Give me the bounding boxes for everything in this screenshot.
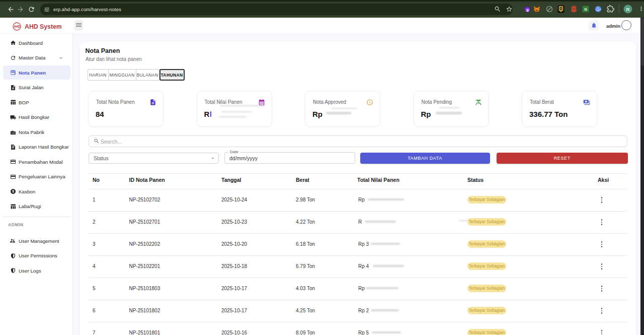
svg-text:R: R (626, 7, 630, 12)
svg-text:G: G (584, 7, 587, 12)
svg-text:AHD: AHD (14, 24, 20, 28)
svg-text:8: 8 (526, 8, 528, 13)
svg-text:S: S (560, 7, 562, 10)
svg-text:$: $ (12, 189, 14, 193)
